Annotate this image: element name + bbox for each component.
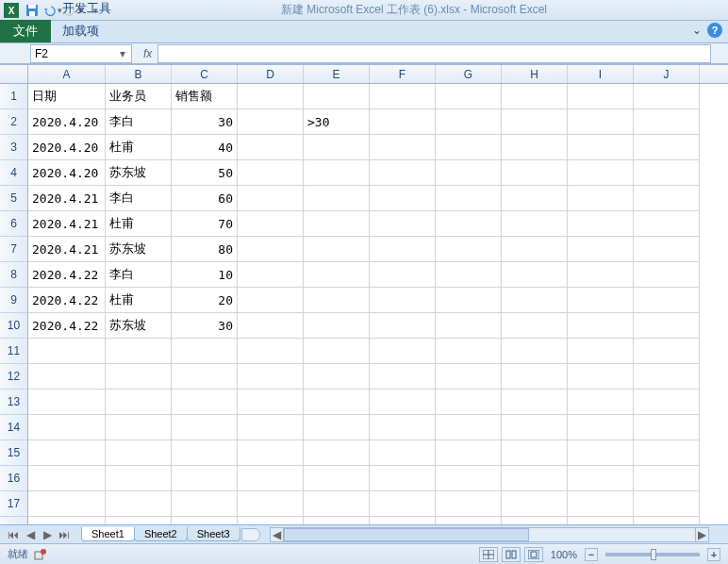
save-button[interactable] — [23, 2, 41, 19]
cell-E3[interactable] — [304, 135, 370, 160]
cell-C5[interactable]: 60 — [172, 186, 238, 211]
cell-D11[interactable] — [238, 339, 304, 364]
cell-D3[interactable] — [238, 135, 304, 160]
cell-C17[interactable] — [172, 491, 238, 517]
cell-I6[interactable] — [568, 211, 634, 237]
cell-D4[interactable] — [238, 160, 304, 186]
cell-I13[interactable] — [568, 390, 634, 415]
cell-H12[interactable] — [502, 364, 568, 390]
cell-I1[interactable] — [568, 84, 634, 109]
hscroll-left[interactable]: ◀ — [271, 528, 284, 541]
cell-F11[interactable] — [370, 339, 436, 364]
view-layout-button[interactable] — [502, 547, 521, 562]
column-header-G[interactable]: G — [436, 65, 502, 83]
column-header-D[interactable]: D — [238, 65, 304, 83]
row-header-9[interactable]: 9 — [0, 288, 28, 313]
cell-C16[interactable] — [172, 466, 238, 491]
cell-J11[interactable] — [634, 339, 700, 364]
column-header-F[interactable]: F — [370, 65, 436, 83]
cell-F1[interactable] — [370, 84, 436, 109]
cell-H5[interactable] — [502, 186, 568, 211]
cell-A8[interactable]: 2020.4.22 — [28, 262, 106, 288]
cell-C12[interactable] — [172, 364, 238, 390]
cell-J14[interactable] — [634, 415, 700, 440]
cell-J16[interactable] — [634, 466, 700, 491]
cell-G9[interactable] — [436, 288, 502, 313]
cell-B16[interactable] — [106, 466, 172, 491]
row-header-2[interactable]: 2 — [0, 109, 28, 135]
cell-C11[interactable] — [172, 339, 238, 364]
cell-I5[interactable] — [568, 186, 634, 211]
cell-A16[interactable] — [28, 466, 106, 491]
row-header-17[interactable]: 17 — [0, 491, 28, 517]
cell-I16[interactable] — [568, 466, 634, 491]
cell-E15[interactable] — [304, 440, 370, 466]
cell-G2[interactable] — [436, 109, 502, 135]
row-header-11[interactable]: 11 — [0, 339, 28, 364]
row-header-14[interactable]: 14 — [0, 415, 28, 440]
row-header-10[interactable]: 10 — [0, 313, 28, 339]
cell-F10[interactable] — [370, 313, 436, 339]
row-header-12[interactable]: 12 — [0, 364, 28, 390]
cell-B9[interactable]: 杜甫 — [106, 288, 172, 313]
cell-F3[interactable] — [370, 135, 436, 160]
cell-J6[interactable] — [634, 211, 700, 237]
cell-G14[interactable] — [436, 415, 502, 440]
cell-G7[interactable] — [436, 237, 502, 262]
cell-A9[interactable]: 2020.4.22 — [28, 288, 106, 313]
cell-C14[interactable] — [172, 415, 238, 440]
cell-F15[interactable] — [370, 440, 436, 466]
cell-C15[interactable] — [172, 440, 238, 466]
cell-F12[interactable] — [370, 364, 436, 390]
cell-I11[interactable] — [568, 339, 634, 364]
cell-G16[interactable] — [436, 466, 502, 491]
cell-C4[interactable]: 50 — [172, 160, 238, 186]
select-all-corner[interactable] — [0, 65, 28, 83]
cell-J4[interactable] — [634, 160, 700, 186]
cell-I3[interactable] — [568, 135, 634, 160]
cell-J15[interactable] — [634, 440, 700, 466]
cell-D10[interactable] — [238, 313, 304, 339]
sheet-tab-sheet3[interactable]: Sheet3 — [187, 527, 240, 541]
cell-H18[interactable] — [502, 517, 568, 524]
hscroll-thumb[interactable] — [284, 528, 529, 541]
cell-C13[interactable] — [172, 390, 238, 415]
cell-A13[interactable] — [28, 390, 106, 415]
cell-B6[interactable]: 杜甫 — [106, 211, 172, 237]
cell-F17[interactable] — [370, 491, 436, 517]
cell-G4[interactable] — [436, 160, 502, 186]
column-header-B[interactable]: B — [106, 65, 172, 83]
row-header-15[interactable]: 15 — [0, 440, 28, 466]
sheet-tab-sheet2[interactable]: Sheet2 — [134, 527, 188, 541]
row-header-18[interactable]: 18 — [0, 517, 28, 524]
cell-B10[interactable]: 苏东坡 — [106, 313, 172, 339]
cell-J10[interactable] — [634, 313, 700, 339]
cell-D14[interactable] — [238, 415, 304, 440]
cell-D5[interactable] — [238, 186, 304, 211]
cell-A15[interactable] — [28, 440, 106, 466]
cell-H17[interactable] — [502, 491, 568, 517]
column-header-A[interactable]: A — [28, 65, 106, 83]
cell-D7[interactable] — [238, 237, 304, 262]
cell-D9[interactable] — [238, 288, 304, 313]
cell-B15[interactable] — [106, 440, 172, 466]
cell-F13[interactable] — [370, 390, 436, 415]
cell-D17[interactable] — [238, 491, 304, 517]
cell-H9[interactable] — [502, 288, 568, 313]
cell-J17[interactable] — [634, 491, 700, 517]
cell-A17[interactable] — [28, 491, 106, 517]
cell-E6[interactable] — [304, 211, 370, 237]
cell-F14[interactable] — [370, 415, 436, 440]
cell-A7[interactable]: 2020.4.21 — [28, 237, 106, 262]
cell-D1[interactable] — [238, 84, 304, 109]
cell-H14[interactable] — [502, 415, 568, 440]
cell-B3[interactable]: 杜甫 — [106, 135, 172, 160]
cell-G10[interactable] — [436, 313, 502, 339]
column-header-I[interactable]: I — [568, 65, 634, 83]
cell-J3[interactable] — [634, 135, 700, 160]
cell-F2[interactable] — [370, 109, 436, 135]
cell-C7[interactable]: 80 — [172, 237, 238, 262]
cell-C18[interactable] — [172, 517, 238, 524]
cell-I7[interactable] — [568, 237, 634, 262]
cell-D15[interactable] — [238, 440, 304, 466]
